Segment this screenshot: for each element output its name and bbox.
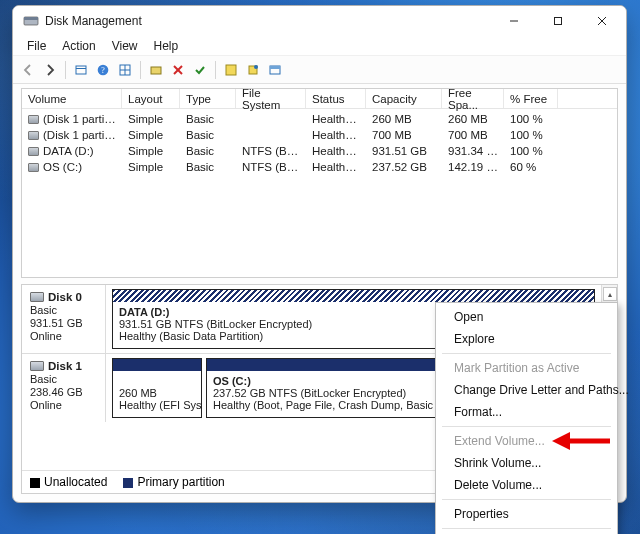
volume-list-header[interactable]: Volume Layout Type File System Status Ca… — [22, 89, 617, 109]
context-menu-separator — [442, 499, 611, 500]
context-menu-separator — [442, 426, 611, 427]
context-menu-item[interactable]: Format... — [438, 401, 615, 423]
context-menu-item[interactable]: Properties — [438, 503, 615, 525]
col-status[interactable]: Status — [306, 89, 366, 108]
context-menu-item[interactable]: Explore — [438, 328, 615, 350]
toolbar-icon-5[interactable] — [244, 61, 262, 79]
volume-row[interactable]: (Disk 1 partition 4)SimpleBasicHealthy (… — [22, 127, 617, 143]
svg-text:?: ? — [101, 66, 105, 75]
app-icon — [23, 13, 39, 29]
volume-row[interactable]: (Disk 1 partition 1)SimpleBasicHealthy (… — [22, 111, 617, 127]
toolbar-icon-3[interactable] — [147, 61, 165, 79]
partition[interactable]: 260 MBHealthy (EFI System P — [112, 358, 202, 418]
svg-rect-13 — [151, 67, 161, 74]
context-menu-item[interactable]: Open — [438, 306, 615, 328]
minimize-button[interactable] — [492, 6, 536, 36]
disk-label[interactable]: Disk 0Basic931.51 GBOnline — [22, 285, 106, 353]
svg-rect-1 — [24, 17, 38, 20]
close-button[interactable] — [580, 6, 624, 36]
col-type[interactable]: Type — [180, 89, 236, 108]
context-menu-item[interactable]: Change Drive Letter and Paths... — [438, 379, 615, 401]
col-capacity[interactable]: Capacity — [366, 89, 442, 108]
col-pctfree[interactable]: % Free — [504, 89, 558, 108]
toolbar-icon-4[interactable] — [222, 61, 240, 79]
legend-unallocated: Unallocated — [30, 475, 107, 489]
partition-context-menu[interactable]: OpenExploreMark Partition as ActiveChang… — [435, 302, 618, 534]
menu-file[interactable]: File — [19, 37, 54, 55]
drive-icon — [28, 163, 39, 172]
svg-rect-20 — [270, 66, 280, 69]
window-title: Disk Management — [45, 14, 492, 28]
delete-icon[interactable] — [169, 61, 187, 79]
col-layout[interactable]: Layout — [122, 89, 180, 108]
maximize-button[interactable] — [536, 6, 580, 36]
context-menu-separator — [442, 353, 611, 354]
toolbar: ? — [13, 56, 626, 84]
svg-point-18 — [254, 65, 258, 69]
context-menu-item[interactable]: Shrink Volume... — [438, 452, 615, 474]
menu-view[interactable]: View — [104, 37, 146, 55]
menubar: File Action View Help — [13, 36, 626, 56]
menu-help[interactable]: Help — [146, 37, 187, 55]
disk-label[interactable]: Disk 1Basic238.46 GBOnline — [22, 354, 106, 422]
col-volume[interactable]: Volume — [22, 89, 122, 108]
volume-list: Volume Layout Type File System Status Ca… — [21, 88, 618, 278]
forward-button[interactable] — [41, 61, 59, 79]
svg-rect-3 — [555, 18, 562, 25]
context-menu-item: Extend Volume... — [438, 430, 615, 452]
context-menu-item[interactable]: Delete Volume... — [438, 474, 615, 496]
drive-icon — [28, 115, 39, 124]
titlebar[interactable]: Disk Management — [13, 6, 626, 36]
disk-icon — [30, 361, 44, 371]
svg-rect-6 — [76, 66, 86, 74]
context-menu-item: Mark Partition as Active — [438, 357, 615, 379]
toolbar-icon-6[interactable] — [266, 61, 284, 79]
toolbar-icon-1[interactable] — [72, 61, 90, 79]
back-button[interactable] — [19, 61, 37, 79]
col-filesystem[interactable]: File System — [236, 89, 306, 108]
toolbar-icon-2[interactable] — [116, 61, 134, 79]
col-free[interactable]: Free Spa... — [442, 89, 504, 108]
help-icon[interactable]: ? — [94, 61, 112, 79]
disk-icon — [30, 292, 44, 302]
svg-rect-16 — [226, 65, 236, 75]
drive-icon — [28, 131, 39, 140]
check-icon[interactable] — [191, 61, 209, 79]
volume-row[interactable]: DATA (D:)SimpleBasicNTFS (BitL...Healthy… — [22, 143, 617, 159]
menu-action[interactable]: Action — [54, 37, 103, 55]
drive-icon — [28, 147, 39, 156]
scroll-up-button[interactable]: ▴ — [603, 287, 617, 301]
legend-primary: Primary partition — [123, 475, 224, 489]
context-menu-separator — [442, 528, 611, 529]
volume-row[interactable]: OS (C:)SimpleBasicNTFS (BitL...Healthy (… — [22, 159, 617, 175]
